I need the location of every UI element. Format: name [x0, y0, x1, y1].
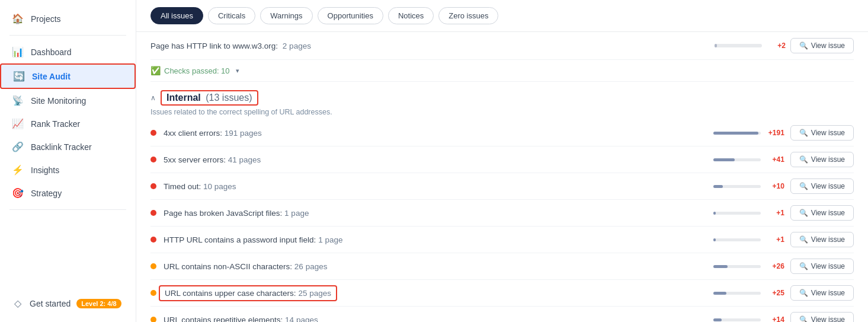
dashboard-icon: 📊 [12, 46, 24, 58]
issue-severity-dot [150, 183, 156, 189]
sidebar-item-site-audit[interactable]: 🔄 Site Audit [0, 63, 136, 89]
search-icon: 🔍 [799, 155, 808, 164]
issue-label-text: 4xx client errors: 191 pages [164, 129, 262, 138]
section-title-box: Internal (13 issues) [161, 90, 258, 106]
sidebar-item-insights[interactable]: ⚡ Insights [0, 158, 136, 181]
search-icon: 🔍 [799, 182, 808, 190]
issue-row: Page has broken JavaScript files: 1 page… [150, 200, 854, 227]
issue-bar-container: +14 [713, 315, 784, 322]
sidebar-divider-top [9, 35, 126, 36]
search-icon: 🔍 [799, 235, 808, 244]
section-title: Internal (13 issues) [166, 93, 252, 103]
issue-label-highlighted: URL contains upper case characters: 25 p… [159, 285, 337, 301]
filter-zero-issues[interactable]: Zero issues [438, 7, 498, 24]
issue-view-btn[interactable]: 🔍 View issue [790, 178, 854, 194]
issue-view-btn[interactable]: 🔍 View issue [790, 125, 854, 141]
sidebar-item-projects[interactable]: 🏠 Projects [0, 7, 136, 30]
issue-text: Timed out: 10 pages [164, 182, 713, 191]
sidebar-label-backlink-tracker: Backlink Tracker [31, 142, 92, 152]
issue-view-btn[interactable]: 🔍 View issue [790, 312, 854, 322]
issue-bar-fill [713, 292, 726, 295]
issue-label-text: URL contains repetitive elements: 14 pag… [164, 315, 318, 323]
issue-bar-bg [713, 158, 761, 161]
issue-view-btn[interactable]: 🔍 View issue [790, 152, 854, 167]
issue-count: +1 [765, 235, 784, 244]
issue-text: 5xx server errors: 41 pages [164, 155, 713, 164]
issue-bar-bg [713, 212, 761, 215]
issue-count: +14 [765, 315, 784, 322]
issue-count: +41 [765, 155, 784, 164]
filter-notices[interactable]: Notices [388, 7, 434, 24]
checks-dropdown-icon[interactable]: ▾ [236, 67, 239, 75]
issue-text: URL contains non-ASCII characters: 26 pa… [164, 262, 713, 271]
top-issue-bar-area: +2 [715, 42, 786, 50]
issue-label-text: Timed out: 10 pages [164, 182, 236, 191]
issue-text: HTTP URL contains a password input field… [164, 235, 713, 244]
issue-view-btn[interactable]: 🔍 View issue [790, 259, 854, 274]
insights-icon: ⚡ [12, 164, 24, 176]
issue-bar-bg [713, 185, 761, 188]
issue-text: URL contains repetitive elements: 14 pag… [164, 315, 713, 323]
issue-bar-container: +25 [713, 289, 784, 297]
issue-severity-dot [150, 237, 156, 243]
issue-bar-fill [713, 265, 728, 268]
issue-severity-dot [150, 263, 156, 269]
check-circle-icon: ✅ [150, 66, 161, 75]
search-icon: 🔍 [799, 209, 808, 217]
search-icon: 🔍 [799, 315, 808, 322]
issue-label-text: URL contains non-ASCII characters: 26 pa… [164, 262, 327, 271]
sidebar-label-rank-tracker: Rank Tracker [31, 119, 80, 129]
sidebar-item-dashboard[interactable]: 📊 Dashboard [0, 40, 136, 63]
issue-label-text: 5xx server errors: 41 pages [164, 155, 261, 164]
issue-bar-bg [713, 318, 761, 321]
sidebar-label-dashboard: Dashboard [31, 47, 72, 57]
search-icon: 🔍 [799, 289, 808, 297]
issue-text: Page has broken JavaScript files: 1 page [164, 209, 713, 218]
issue-bar-fill [713, 212, 716, 215]
issue-label-text: Page has broken JavaScript files: 1 page [164, 209, 309, 218]
issue-severity-dot [150, 290, 156, 296]
issue-bar-container: +10 [713, 182, 784, 190]
get-started-row[interactable]: ◇ Get started Level 2: 4/8 [0, 292, 136, 315]
checks-passed-row[interactable]: ✅ Checks passed: 10 ▾ [150, 60, 854, 82]
filter-criticals[interactable]: Criticals [208, 7, 255, 24]
issue-bar-fill [713, 185, 723, 188]
sidebar-item-backlink-tracker[interactable]: 🔗 Backlink Tracker [0, 135, 136, 158]
site-monitoring-icon: 📡 [12, 95, 24, 106]
top-issue-view-btn[interactable]: 🔍 View issue [790, 38, 854, 53]
home-icon: 🏠 [12, 13, 24, 24]
issue-view-btn[interactable]: 🔍 View issue [790, 285, 854, 301]
sidebar-label-strategy: Strategy [31, 189, 62, 198]
issue-count: +25 [765, 289, 784, 297]
level-badge: Level 2: 4/8 [76, 299, 121, 308]
issue-bar-fill [713, 158, 735, 161]
filter-opportunities[interactable]: Opportunities [318, 7, 383, 24]
search-icon: 🔍 [799, 129, 808, 137]
issue-bar-bg [713, 132, 761, 135]
sidebar-item-rank-tracker[interactable]: 📈 Rank Tracker [0, 112, 136, 135]
section-header: ∧ Internal (13 issues) [150, 82, 854, 108]
issue-bar-container: +26 [713, 262, 784, 270]
issue-bar-container: +41 [713, 155, 784, 164]
search-icon-top: 🔍 [799, 42, 808, 50]
top-issue-count: +2 [767, 42, 786, 50]
top-issue-label: Page has HTTP link to www.w3.org: 2 page… [150, 42, 715, 50]
checks-passed-label: Checks passed: 10 [164, 66, 230, 75]
get-started-icon: ◇ [12, 298, 24, 309]
site-audit-icon: 🔄 [13, 71, 25, 82]
top-issue-row: Page has HTTP link to www.w3.org: 2 page… [150, 32, 854, 60]
sidebar-item-strategy[interactable]: 🎯 Strategy [0, 181, 136, 205]
issue-severity-dot [150, 317, 156, 322]
issue-row: URL contains non-ASCII characters: 26 pa… [150, 253, 854, 280]
issue-bar-container: +191 [713, 129, 784, 137]
filter-warnings[interactable]: Warnings [260, 7, 312, 24]
search-icon: 🔍 [799, 262, 808, 270]
sidebar-label-site-monitoring: Site Monitoring [31, 96, 86, 106]
issue-view-btn[interactable]: 🔍 View issue [790, 205, 854, 221]
issue-severity-dot [150, 130, 156, 136]
sidebar-item-site-monitoring[interactable]: 📡 Site Monitoring [0, 89, 136, 112]
collapse-icon[interactable]: ∧ [150, 94, 156, 102]
issue-bar-fill [713, 132, 758, 135]
issue-view-btn[interactable]: 🔍 View issue [790, 232, 854, 247]
filter-all-issues[interactable]: All issues [150, 7, 203, 24]
